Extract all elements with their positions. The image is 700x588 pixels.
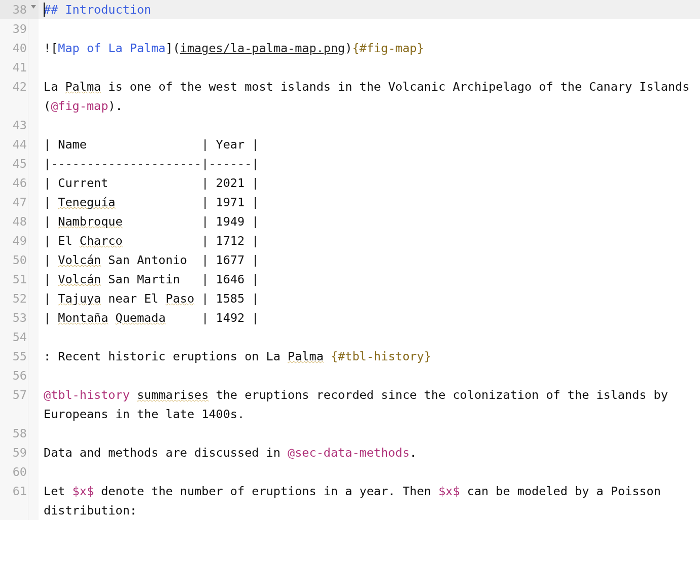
inline-math: $x$ (73, 484, 94, 498)
line-content[interactable]: | Name | Year | (39, 135, 700, 154)
spellcheck-word: summarises (137, 388, 208, 402)
code-line[interactable]: 47| Teneguía | 1971 | (0, 193, 700, 212)
fold-gutter (28, 154, 39, 173)
code-text: | (44, 253, 58, 267)
fold-gutter (28, 289, 39, 308)
spellcheck-word: Montaña (58, 311, 108, 325)
code-text: | 1949 | (123, 214, 259, 229)
code-line[interactable]: 61Let $x$ denote the number of eruptions… (0, 482, 700, 520)
text-cursor (44, 3, 45, 17)
code-text: |---------------------|------| (44, 157, 259, 171)
code-line[interactable]: 60 (0, 462, 700, 482)
code-line[interactable]: 45|---------------------|------| (0, 154, 700, 173)
line-content[interactable]: | Volcán San Martin | 1646 | (39, 270, 700, 289)
code-line[interactable]: 42La Palma is one of the west most islan… (0, 77, 700, 116)
code-line[interactable]: 52| Tajuya near El Paso | 1585 | (0, 289, 700, 308)
line-content[interactable]: La Palma is one of the west most islands… (39, 77, 700, 116)
code-line[interactable]: 58 (0, 424, 700, 443)
line-number: 61 (0, 482, 28, 520)
code-line[interactable]: 59Data and methods are discussed in @sec… (0, 443, 700, 462)
fold-gutter (28, 116, 39, 135)
spellcheck-word: Volcán (58, 253, 101, 267)
line-number: 43 (0, 116, 28, 135)
fold-gutter[interactable] (28, 0, 39, 19)
line-number: 47 (0, 193, 28, 212)
markdown-heading: ## Introduction (44, 3, 151, 17)
md-attr: {#fig-map} (352, 41, 424, 55)
line-content[interactable]: | Current | 2021 | (39, 173, 700, 193)
cross-ref: @fig-map (51, 99, 108, 113)
fold-gutter (28, 366, 39, 385)
line-content[interactable]: | Nambroque | 1949 | (39, 212, 700, 231)
code-text: . (410, 446, 417, 460)
fold-gutter (28, 424, 39, 443)
line-number: 40 (0, 39, 28, 58)
code-text: Data and methods are discussed in (44, 446, 288, 460)
fold-gutter (28, 58, 39, 77)
md-image-suffix: ) (345, 41, 352, 55)
spellcheck-word: Tajuya (58, 291, 101, 306)
spellcheck-word: Quemada (116, 311, 166, 325)
fold-gutter (28, 39, 39, 58)
line-number: 45 (0, 154, 28, 173)
line-content[interactable]: | Teneguía | 1971 | (39, 193, 700, 212)
fold-gutter (28, 250, 39, 270)
line-number: 50 (0, 250, 28, 270)
md-image-prefix: ![ (44, 41, 58, 55)
code-line[interactable]: 46| Current | 2021 | (0, 173, 700, 193)
code-line[interactable]: 54 (0, 327, 700, 347)
code-text: | 1585 | (194, 291, 259, 306)
code-line[interactable]: 41 (0, 58, 700, 77)
spellcheck-word: Palma (288, 349, 324, 363)
code-line[interactable]: 51| Volcán San Martin | 1646 | (0, 270, 700, 289)
inline-math: $x$ (438, 484, 460, 498)
code-text: | 1492 | (166, 311, 259, 325)
line-number: 59 (0, 443, 28, 462)
code-text: La (44, 80, 65, 94)
code-line[interactable]: 57@tbl-history summarises the eruptions … (0, 385, 700, 424)
line-number: 49 (0, 231, 28, 250)
code-line[interactable]: 44| Name | Year | (0, 135, 700, 154)
line-content[interactable]: | Tajuya near El Paso | 1585 | (39, 289, 700, 308)
fold-gutter (28, 231, 39, 250)
line-content[interactable]: |---------------------|------| (39, 154, 700, 173)
code-line[interactable]: 38## Introduction (0, 0, 700, 19)
line-content[interactable]: | Volcán San Antonio | 1677 | (39, 250, 700, 270)
code-text (108, 311, 115, 325)
code-text: | 1712 | (123, 234, 259, 248)
line-number: 46 (0, 173, 28, 193)
line-content[interactable]: Data and methods are discussed in @sec-d… (39, 443, 700, 462)
code-text: | Name | Year | (44, 137, 259, 152)
line-content[interactable]: @tbl-history summarises the eruptions re… (39, 385, 700, 424)
line-content[interactable]: Let $x$ denote the number of eruptions i… (39, 482, 700, 520)
code-editor[interactable]: 38## Introduction3940![Map of La Palma](… (0, 0, 700, 520)
line-content[interactable]: ![Map of La Palma](images/la-palma-map.p… (39, 39, 700, 58)
line-content[interactable]: | Montaña Quemada | 1492 | (39, 308, 700, 327)
code-text: San Martin | 1646 | (101, 272, 259, 286)
line-content[interactable]: ## Introduction (39, 0, 700, 19)
line-number: 38 (0, 0, 28, 19)
fold-gutter (28, 212, 39, 231)
code-line[interactable]: 39 (0, 19, 700, 39)
code-line[interactable]: 48| Nambroque | 1949 | (0, 212, 700, 231)
code-line[interactable]: 55: Recent historic eruptions on La Palm… (0, 347, 700, 366)
line-content[interactable]: : Recent historic eruptions on La Palma … (39, 347, 700, 366)
code-text (324, 349, 331, 363)
md-attr: {#tbl-history} (331, 349, 431, 363)
line-number: 39 (0, 19, 28, 39)
fold-gutter (28, 19, 39, 39)
code-line[interactable]: 56 (0, 366, 700, 385)
code-line[interactable]: 49| El Charco | 1712 | (0, 231, 700, 250)
line-number: 53 (0, 308, 28, 327)
fold-gutter (28, 308, 39, 327)
fold-gutter (28, 347, 39, 366)
chevron-down-icon[interactable] (31, 5, 36, 9)
code-line[interactable]: 53| Montaña Quemada | 1492 | (0, 308, 700, 327)
line-number: 48 (0, 212, 28, 231)
code-line[interactable]: 50| Volcán San Antonio | 1677 | (0, 250, 700, 270)
code-line[interactable]: 40![Map of La Palma](images/la-palma-map… (0, 39, 700, 58)
cross-ref: @tbl-history (44, 388, 130, 402)
line-content[interactable]: | El Charco | 1712 | (39, 231, 700, 250)
code-text: is one of the west most islands in the V… (44, 80, 697, 113)
code-line[interactable]: 43 (0, 116, 700, 135)
